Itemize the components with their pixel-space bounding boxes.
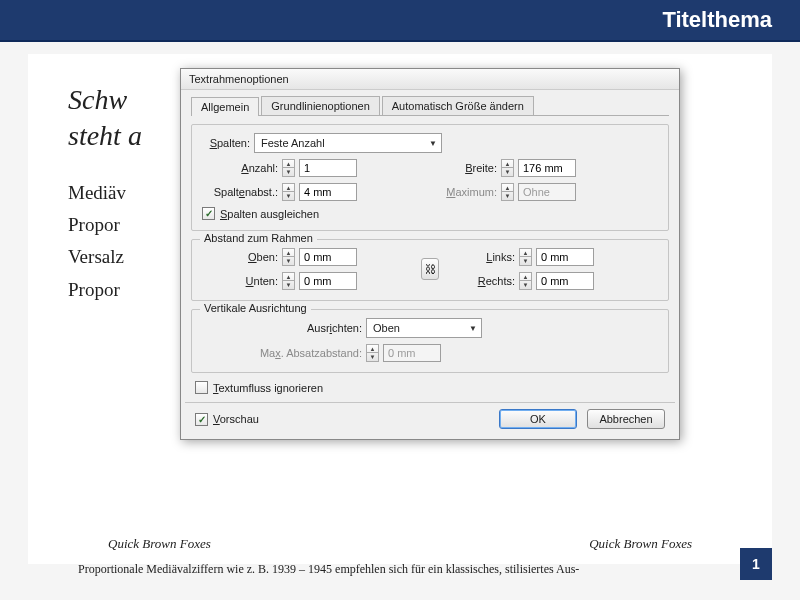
gutter-label: Spaltenabst.:	[202, 186, 278, 198]
count-spinner[interactable]: ▲▼	[282, 159, 295, 177]
top-spinner[interactable]: ▲▼	[282, 248, 295, 266]
ignore-wrap-checkbox[interactable]: ✓ Textumfluss ignorieren	[195, 381, 323, 394]
bottom-input[interactable]	[299, 272, 357, 290]
doc-sample-row: Quick Brown Foxes Quick Brown Foxes	[68, 536, 732, 552]
tab-bar: Allgemein Grundlinienoptionen Automatisc…	[191, 96, 669, 116]
inset-group: Abstand zum Rahmen Oben: ▲▼ Unten: ▲▼ ⛓	[191, 239, 669, 301]
preview-label: Vorschau	[213, 413, 259, 425]
width-input[interactable]	[518, 159, 576, 177]
count-label: Anzahl:	[202, 162, 278, 174]
right-input[interactable]	[536, 272, 594, 290]
gutter-input[interactable]	[299, 183, 357, 201]
dialog-body: Allgemein Grundlinienoptionen Automatisc…	[181, 90, 679, 439]
page-header-bar: Titelthema	[0, 0, 800, 42]
page-header-title: Titelthema	[662, 7, 772, 33]
doc-para: Proportionale Mediävalziffern wie z. B. …	[68, 562, 732, 577]
max-label: Maximum:	[439, 186, 497, 198]
valign-group: Vertikale Ausrichtung Ausrichten: Oben ▼…	[191, 309, 669, 373]
ok-button[interactable]: OK	[499, 409, 577, 429]
columns-group: Spalten: Feste Anzahl ▼ Anzahl: ▲▼ Spalt…	[191, 124, 669, 231]
maxpara-input	[383, 344, 441, 362]
dialog-footer: ✓ Vorschau OK Abbrechen	[191, 403, 669, 429]
left-label: Links:	[457, 251, 515, 263]
valign-title: Vertikale Ausrichtung	[200, 302, 311, 314]
link-insets-icon[interactable]: ⛓	[421, 258, 439, 280]
bottom-spinner[interactable]: ▲▼	[282, 272, 295, 290]
left-input[interactable]	[536, 248, 594, 266]
left-spinner[interactable]: ▲▼	[519, 248, 532, 266]
align-select[interactable]: Oben ▼	[366, 318, 482, 338]
max-spinner[interactable]: ▲▼	[501, 183, 514, 201]
inset-title: Abstand zum Rahmen	[200, 232, 317, 244]
balance-columns-checkbox[interactable]: ✓ Spalten ausgleichen	[202, 207, 319, 220]
tab-baseline[interactable]: Grundlinienoptionen	[261, 96, 379, 115]
preview-checkbox[interactable]: ✓ Vorschau	[195, 413, 259, 426]
tab-autosize[interactable]: Automatisch Größe ändern	[382, 96, 534, 115]
align-label: Ausrichten:	[202, 322, 362, 334]
dialog-title: Textrahmenoptionen	[181, 69, 679, 90]
top-input[interactable]	[299, 248, 357, 266]
chevron-down-icon: ▼	[469, 324, 477, 333]
text-frame-options-dialog: Textrahmenoptionen Allgemein Grundlinien…	[180, 68, 680, 440]
maxpara-label: Max. Absatzabstand:	[202, 347, 362, 359]
page-number-badge: 1	[740, 548, 772, 580]
count-input[interactable]	[299, 159, 357, 177]
maxpara-spinner[interactable]: ▲▼	[366, 344, 379, 362]
ignore-wrap-label: Textumfluss ignorieren	[213, 382, 323, 394]
right-spinner[interactable]: ▲▼	[519, 272, 532, 290]
width-spinner[interactable]: ▲▼	[501, 159, 514, 177]
chevron-down-icon: ▼	[429, 139, 437, 148]
columns-label: Spalten:	[202, 137, 250, 149]
top-label: Oben:	[202, 251, 278, 263]
columns-type-select[interactable]: Feste Anzahl ▼	[254, 133, 442, 153]
balance-label: Spalten ausgleichen	[220, 208, 319, 220]
right-label: Rechts:	[457, 275, 515, 287]
tab-general[interactable]: Allgemein	[191, 97, 259, 116]
bottom-label: Unten:	[202, 275, 278, 287]
gutter-spinner[interactable]: ▲▼	[282, 183, 295, 201]
width-label: Breite:	[439, 162, 497, 174]
cancel-button[interactable]: Abbrechen	[587, 409, 665, 429]
max-input	[518, 183, 576, 201]
